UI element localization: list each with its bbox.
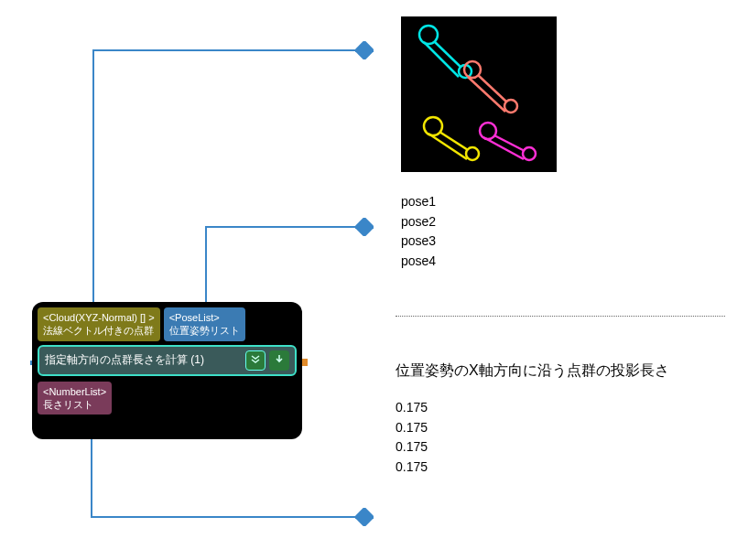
thumbnail-svg [401,16,557,172]
svg-point-16 [523,147,536,160]
poselist-port[interactable]: <PoseList> 位置姿勢リスト [164,307,245,341]
port-label: 位置姿勢リスト [169,324,240,337]
output-port-row: <NumberList> 長さリスト [38,382,297,415]
compute-node[interactable]: <Cloud(XYZ-Normal) [] > 法線ベクトル付きの点群 <Pos… [32,302,302,439]
numberlist-port[interactable]: <NumberList> 長さリスト [38,382,112,415]
length-item: 0.175 [396,418,428,438]
length-item: 0.175 [396,437,428,458]
svg-point-8 [504,100,517,113]
download-arrow-icon [274,353,285,367]
chevrons-down-icon [250,353,261,367]
cloud-port[interactable]: <Cloud(XYZ-Normal) [] > 法線ベクトル付きの点群 [38,307,160,341]
rod-3 [424,117,479,160]
pose-item: pose3 [401,232,436,252]
pose-item: pose1 [401,192,436,212]
svg-rect-1 [302,359,308,366]
svg-line-13 [439,132,468,150]
connector-lines [0,0,748,560]
port-type: <PoseList> [169,311,240,324]
length-item: 0.175 [396,458,428,478]
svg-line-17 [494,135,525,151]
port-type: <Cloud(XYZ-Normal) [] > [43,311,155,324]
port-label: 長さリスト [43,398,106,411]
port-type: <NumberList> [43,385,106,398]
rod-4 [480,123,536,160]
svg-line-5 [434,41,461,67]
pose-item: pose2 [401,212,436,232]
pose-list: pose1 pose2 pose3 pose4 [401,192,436,272]
port-label: 法線ベクトル付きの点群 [43,324,155,337]
input-port-row: <Cloud(XYZ-Normal) [] > 法線ベクトル付きの点群 <Pos… [38,307,297,341]
svg-point-15 [480,123,496,139]
action-button[interactable] [269,350,289,371]
expand-button[interactable] [245,350,266,371]
section-divider [396,316,725,317]
length-list: 0.175 0.175 0.175 0.175 [396,398,428,478]
pose-item: pose4 [401,252,436,272]
node-title: 指定軸方向の点群長さを計算 (1) [45,352,242,368]
length-item: 0.175 [396,398,428,418]
svg-line-9 [478,75,506,102]
node-title-row[interactable]: 指定軸方向の点群長さを計算 (1) [38,345,297,376]
length-heading: 位置姿勢のX軸方向に沿う点群の投影長さ [396,361,669,381]
point-cloud-thumbnail [401,16,557,172]
